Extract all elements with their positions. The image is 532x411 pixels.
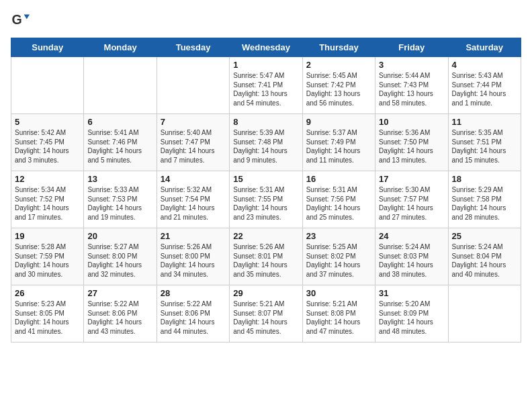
date-number: 28: [161, 288, 226, 298]
cell-info: Sunrise: 5:31 AMSunset: 7:56 PMDaylight:…: [306, 185, 371, 222]
cell-info: Sunrise: 5:23 AMSunset: 8:05 PMDaylight:…: [15, 300, 80, 336]
week-row-2: 5Sunrise: 5:42 AMSunset: 7:45 PMDaylight…: [11, 114, 521, 171]
calendar-cell: 11Sunrise: 5:35 AMSunset: 7:51 PMDayligh…: [448, 114, 521, 171]
day-header-monday: Monday: [84, 38, 157, 57]
date-number: 14: [161, 174, 226, 184]
cell-info: Sunrise: 5:42 AMSunset: 7:45 PMDaylight:…: [15, 128, 80, 165]
date-number: 15: [233, 174, 298, 184]
svg-text:G: G: [11, 12, 21, 27]
day-header-sunday: Sunday: [11, 38, 84, 57]
cell-info: Sunrise: 5:25 AMSunset: 8:02 PMDaylight:…: [306, 242, 371, 279]
calendar-cell: 9Sunrise: 5:37 AMSunset: 7:49 PMDaylight…: [302, 114, 375, 171]
day-header-friday: Friday: [375, 38, 448, 57]
date-number: 24: [379, 231, 444, 241]
day-header-wednesday: Wednesday: [230, 38, 302, 57]
date-number: 8: [233, 117, 298, 127]
calendar-cell: [84, 57, 157, 114]
calendar-cell: 16Sunrise: 5:31 AMSunset: 7:56 PMDayligh…: [302, 171, 375, 228]
date-number: 12: [15, 174, 80, 184]
cell-info: Sunrise: 5:40 AMSunset: 7:47 PMDaylight:…: [161, 128, 226, 165]
calendar-cell: 22Sunrise: 5:26 AMSunset: 8:01 PMDayligh…: [230, 228, 302, 285]
date-number: 19: [15, 231, 80, 241]
week-row-4: 19Sunrise: 5:28 AMSunset: 7:59 PMDayligh…: [11, 228, 521, 285]
cell-info: Sunrise: 5:35 AMSunset: 7:51 PMDaylight:…: [452, 128, 517, 165]
day-header-saturday: Saturday: [448, 38, 521, 57]
cell-info: Sunrise: 5:44 AMSunset: 7:43 PMDaylight:…: [379, 71, 444, 107]
cell-info: Sunrise: 5:24 AMSunset: 8:04 PMDaylight:…: [452, 242, 517, 279]
date-number: 2: [306, 60, 371, 70]
calendar-cell: [448, 285, 521, 342]
date-number: 27: [87, 288, 152, 298]
calendar-cell: 8Sunrise: 5:39 AMSunset: 7:48 PMDaylight…: [230, 114, 302, 171]
calendar-cell: 1Sunrise: 5:47 AMSunset: 7:41 PMDaylight…: [230, 57, 302, 114]
date-number: 16: [306, 174, 371, 184]
day-header-tuesday: Tuesday: [157, 38, 229, 57]
date-number: 6: [87, 117, 152, 127]
calendar-cell: 25Sunrise: 5:24 AMSunset: 8:04 PMDayligh…: [448, 228, 521, 285]
week-row-5: 26Sunrise: 5:23 AMSunset: 8:05 PMDayligh…: [11, 285, 521, 342]
date-number: 20: [87, 231, 152, 241]
calendar-cell: 28Sunrise: 5:22 AMSunset: 8:06 PMDayligh…: [157, 285, 229, 342]
date-number: 31: [379, 288, 444, 298]
cell-info: Sunrise: 5:34 AMSunset: 7:52 PMDaylight:…: [15, 185, 80, 222]
svg-marker-1: [24, 15, 30, 19]
cell-info: Sunrise: 5:37 AMSunset: 7:49 PMDaylight:…: [306, 128, 371, 165]
day-header-row: SundayMondayTuesdayWednesdayThursdayFrid…: [11, 38, 521, 57]
calendar-cell: [157, 57, 229, 114]
calendar-cell: 2Sunrise: 5:45 AMSunset: 7:42 PMDaylight…: [302, 57, 375, 114]
cell-info: Sunrise: 5:22 AMSunset: 8:06 PMDaylight:…: [161, 300, 226, 336]
cell-info: Sunrise: 5:33 AMSunset: 7:53 PMDaylight:…: [87, 185, 152, 222]
calendar-cell: 6Sunrise: 5:41 AMSunset: 7:46 PMDaylight…: [84, 114, 157, 171]
calendar-cell: 19Sunrise: 5:28 AMSunset: 7:59 PMDayligh…: [11, 228, 84, 285]
cell-info: Sunrise: 5:26 AMSunset: 8:00 PMDaylight:…: [161, 242, 226, 279]
calendar-cell: [11, 57, 84, 114]
date-number: 25: [452, 231, 517, 241]
calendar-cell: 20Sunrise: 5:27 AMSunset: 8:00 PMDayligh…: [84, 228, 157, 285]
cell-info: Sunrise: 5:32 AMSunset: 7:54 PMDaylight:…: [161, 185, 226, 222]
week-row-3: 12Sunrise: 5:34 AMSunset: 7:52 PMDayligh…: [11, 171, 521, 228]
date-number: 5: [15, 117, 80, 127]
calendar-cell: 24Sunrise: 5:24 AMSunset: 8:03 PMDayligh…: [375, 228, 448, 285]
date-number: 11: [452, 117, 517, 127]
date-number: 1: [233, 60, 298, 70]
date-number: 26: [15, 288, 80, 298]
cell-info: Sunrise: 5:28 AMSunset: 7:59 PMDaylight:…: [15, 242, 80, 279]
calendar-cell: 7Sunrise: 5:40 AMSunset: 7:47 PMDaylight…: [157, 114, 229, 171]
week-row-1: 1Sunrise: 5:47 AMSunset: 7:41 PMDaylight…: [11, 57, 521, 114]
date-number: 10: [379, 117, 444, 127]
cell-info: Sunrise: 5:20 AMSunset: 8:09 PMDaylight:…: [379, 300, 444, 336]
date-number: 23: [306, 231, 371, 241]
cell-info: Sunrise: 5:36 AMSunset: 7:50 PMDaylight:…: [379, 128, 444, 165]
cell-info: Sunrise: 5:45 AMSunset: 7:42 PMDaylight:…: [306, 71, 371, 107]
cell-info: Sunrise: 5:47 AMSunset: 7:41 PMDaylight:…: [233, 71, 298, 107]
cell-info: Sunrise: 5:24 AMSunset: 8:03 PMDaylight:…: [379, 242, 444, 279]
cell-info: Sunrise: 5:29 AMSunset: 7:58 PMDaylight:…: [452, 185, 517, 222]
day-header-thursday: Thursday: [302, 38, 375, 57]
date-number: 13: [87, 174, 152, 184]
cell-info: Sunrise: 5:21 AMSunset: 8:07 PMDaylight:…: [233, 300, 298, 336]
calendar-cell: 30Sunrise: 5:21 AMSunset: 8:08 PMDayligh…: [302, 285, 375, 342]
calendar-cell: 31Sunrise: 5:20 AMSunset: 8:09 PMDayligh…: [375, 285, 448, 342]
page-header: G: [11, 11, 521, 30]
date-number: 17: [379, 174, 444, 184]
calendar-cell: 15Sunrise: 5:31 AMSunset: 7:55 PMDayligh…: [230, 171, 302, 228]
date-number: 30: [306, 288, 371, 298]
calendar-cell: 3Sunrise: 5:44 AMSunset: 7:43 PMDaylight…: [375, 57, 448, 114]
logo-icon: G: [11, 11, 30, 30]
calendar-cell: 17Sunrise: 5:30 AMSunset: 7:57 PMDayligh…: [375, 171, 448, 228]
cell-info: Sunrise: 5:22 AMSunset: 8:06 PMDaylight:…: [87, 300, 152, 336]
date-number: 22: [233, 231, 298, 241]
calendar-cell: 13Sunrise: 5:33 AMSunset: 7:53 PMDayligh…: [84, 171, 157, 228]
date-number: 29: [233, 288, 298, 298]
calendar-cell: 12Sunrise: 5:34 AMSunset: 7:52 PMDayligh…: [11, 171, 84, 228]
cell-info: Sunrise: 5:39 AMSunset: 7:48 PMDaylight:…: [233, 128, 298, 165]
calendar-cell: 10Sunrise: 5:36 AMSunset: 7:50 PMDayligh…: [375, 114, 448, 171]
calendar-cell: 18Sunrise: 5:29 AMSunset: 7:58 PMDayligh…: [448, 171, 521, 228]
date-number: 21: [161, 231, 226, 241]
cell-info: Sunrise: 5:26 AMSunset: 8:01 PMDaylight:…: [233, 242, 298, 279]
date-number: 3: [379, 60, 444, 70]
calendar-cell: 4Sunrise: 5:43 AMSunset: 7:44 PMDaylight…: [448, 57, 521, 114]
cell-info: Sunrise: 5:41 AMSunset: 7:46 PMDaylight:…: [87, 128, 152, 165]
cell-info: Sunrise: 5:30 AMSunset: 7:57 PMDaylight:…: [379, 185, 444, 222]
calendar-cell: 14Sunrise: 5:32 AMSunset: 7:54 PMDayligh…: [157, 171, 229, 228]
